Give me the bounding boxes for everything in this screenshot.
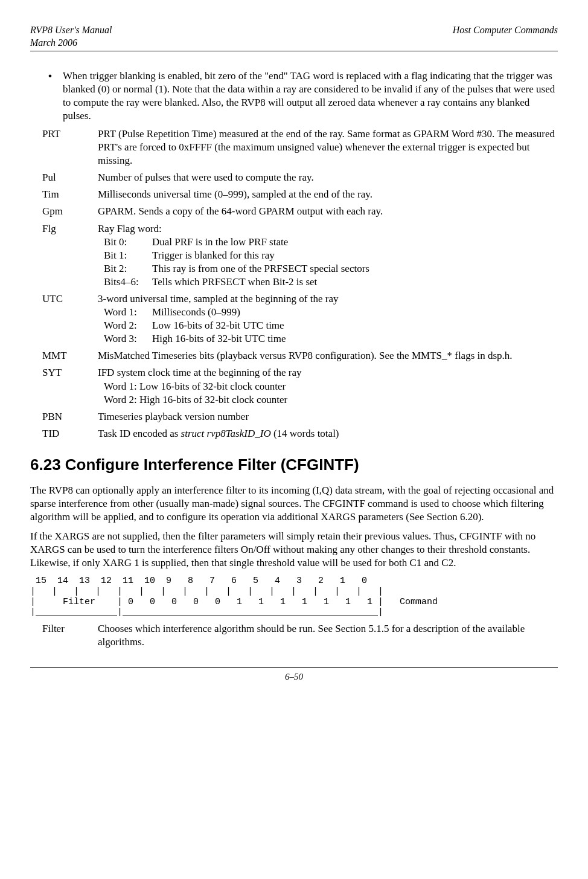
def-tim: Tim Milliseconds universal time (0–999),…: [42, 188, 558, 201]
def-body: Timeseries playback version number: [98, 410, 558, 423]
bullet-text: When trigger blanking is enabled, bit ze…: [63, 69, 558, 123]
tid-struct: struct rvp8TaskID_IO: [181, 428, 271, 439]
flg-bit0: Bit 0:Dual PRF is in the low PRF state: [104, 236, 558, 249]
sub-text: Low 16-bits of 32-bit UTC time: [152, 319, 558, 332]
page-header: RVP8 User's Manual March 2006 Host Compu…: [30, 24, 558, 51]
header-right: Host Computer Commands: [453, 24, 558, 50]
def-body: Milliseconds universal time (0–999), sam…: [98, 188, 558, 201]
bullet-paragraph: • When trigger blanking is enabled, bit …: [48, 69, 558, 123]
sub-label: Bit 0:: [104, 236, 152, 249]
flg-intro: Ray Flag word:: [98, 222, 558, 236]
def-prt: PRT PRT (Pulse Repetition Time) measured…: [42, 127, 558, 167]
sub-text: Tells which PRFSECT when Bit-2 is set: [152, 275, 558, 289]
sub-text: Milliseconds (0–999): [152, 306, 558, 319]
def-gpm: Gpm GPARM. Sends a copy of the 64-word G…: [42, 205, 558, 218]
def-term: MMT: [42, 349, 98, 362]
tid-post: (14 words total): [271, 428, 339, 439]
def-filter: Filter Chooses which interference algori…: [42, 622, 558, 649]
def-term: UTC: [42, 292, 98, 346]
def-pbn: PBN Timeseries playback version number: [42, 410, 558, 423]
def-body: Number of pulses that were used to compu…: [98, 171, 558, 184]
def-pul: Pul Number of pulses that were used to c…: [42, 171, 558, 184]
flg-bit1: Bit 1:Trigger is blanked for this ray: [104, 249, 558, 262]
def-term: Flg: [42, 222, 98, 289]
def-mmt: MMT MisMatched Timeseries bits (playback…: [42, 349, 558, 362]
sub-label: Word 1:: [104, 306, 152, 319]
def-term: Tim: [42, 188, 98, 201]
def-body: 3-word universal time, sampled at the be…: [98, 292, 558, 346]
def-term: PRT: [42, 127, 98, 167]
header-left: RVP8 User's Manual March 2006: [30, 24, 112, 50]
manual-title: RVP8 User's Manual: [30, 24, 112, 37]
sub-label: Word 2:: [104, 319, 152, 332]
def-term: Gpm: [42, 205, 98, 218]
syt-word2: Word 2: High 16-bits of 32-bit clock cou…: [104, 393, 558, 407]
def-body: MisMatched Timeseries bits (playback ver…: [98, 349, 558, 362]
section-heading: 6.23 Configure Interference Filter (CFGI…: [30, 455, 558, 475]
tid-pre: Task ID encoded as: [98, 428, 181, 439]
sub-text: Dual PRF is in the low PRF state: [152, 236, 558, 249]
manual-date: March 2006: [30, 37, 112, 50]
syt-word1: Word 1: Low 16-bits of 32-bit clock coun…: [104, 380, 558, 393]
sub-text: This ray is from one of the PRFSECT spec…: [152, 262, 558, 275]
def-body: PRT (Pulse Repetition Time) measured at …: [98, 127, 558, 167]
sub-text: Trigger is blanked for this ray: [152, 249, 558, 262]
def-body: GPARM. Sends a copy of the 64-word GPARM…: [98, 205, 558, 218]
sub-text: High 16-bits of 32-bit UTC time: [152, 332, 558, 346]
section-para-2: If the XARGS are not supplied, then the …: [30, 530, 558, 570]
def-utc: UTC 3-word universal time, sampled at th…: [42, 292, 558, 346]
def-flg: Flg Ray Flag word: Bit 0:Dual PRF is in …: [42, 222, 558, 289]
flg-bits46: Bits4–6:Tells which PRFSECT when Bit-2 i…: [104, 275, 558, 289]
bullet-icon: •: [48, 69, 63, 123]
utc-intro: 3-word universal time, sampled at the be…: [98, 292, 558, 306]
flg-bit2: Bit 2:This ray is from one of the PRFSEC…: [104, 262, 558, 275]
page-footer: 6–50: [30, 667, 558, 683]
utc-word3: Word 3:High 16-bits of 32-bit UTC time: [104, 332, 558, 346]
def-body: Ray Flag word: Bit 0:Dual PRF is in the …: [98, 222, 558, 289]
def-body: Chooses which interference algorithm sho…: [98, 622, 558, 649]
def-term: TID: [42, 427, 98, 440]
utc-word1: Word 1:Milliseconds (0–999): [104, 306, 558, 319]
def-tid: TID Task ID encoded as struct rvp8TaskID…: [42, 427, 558, 440]
def-body: IFD system clock time at the beginning o…: [98, 366, 558, 406]
bitfield-diagram: 15 14 13 12 11 10 9 8 7 6 5 4 3 2 1 0 | …: [30, 576, 558, 617]
sub-label: Bit 2:: [104, 262, 152, 275]
syt-intro: IFD system clock time at the beginning o…: [98, 366, 558, 379]
sub-label: Bit 1:: [104, 249, 152, 262]
def-term: SYT: [42, 366, 98, 406]
def-body: Task ID encoded as struct rvp8TaskID_IO …: [98, 427, 558, 440]
def-syt: SYT IFD system clock time at the beginni…: [42, 366, 558, 406]
def-term: PBN: [42, 410, 98, 423]
def-term: Filter: [42, 622, 98, 649]
def-term: Pul: [42, 171, 98, 184]
sub-label: Bits4–6:: [104, 275, 152, 289]
utc-word2: Word 2:Low 16-bits of 32-bit UTC time: [104, 319, 558, 332]
sub-label: Word 3:: [104, 332, 152, 346]
section-para-1: The RVP8 can optionally apply an interfe…: [30, 484, 558, 524]
